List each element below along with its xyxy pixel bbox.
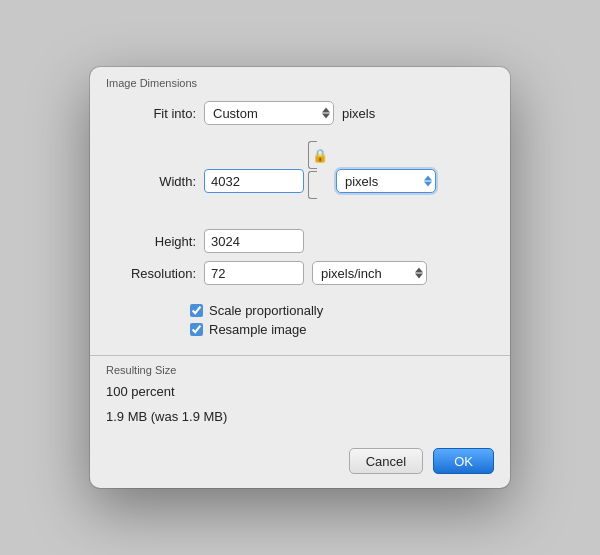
result-size: 1.9 MB (was 1.9 MB) [106, 409, 494, 424]
fit-into-select[interactable]: Custom Original Size 640×480 800×600 102… [204, 101, 334, 125]
height-row: Height: [106, 229, 494, 253]
pixels-select-wrapper: pixels percent in cm [336, 169, 436, 193]
button-row: Cancel OK [90, 438, 510, 488]
height-input[interactable] [204, 229, 304, 253]
pixels-unit-select[interactable]: pixels percent in cm [336, 169, 436, 193]
scale-proportionally-row: Scale proportionally [190, 303, 510, 318]
image-dimensions-dialog: Image Dimensions Fit into: Custom Origin… [90, 67, 510, 488]
resample-image-label: Resample image [209, 322, 307, 337]
dimensions-section: Width: 🔒 pixels percent in cm [90, 141, 510, 297]
checkboxes-section: Scale proportionally Resample image [90, 297, 510, 347]
scale-proportionally-label: Scale proportionally [209, 303, 323, 318]
fit-into-row: Fit into: Custom Original Size 640×480 8… [90, 95, 510, 131]
brace-bottom [308, 171, 317, 199]
width-label: Width: [106, 174, 196, 189]
fit-into-select-wrapper: Custom Original Size 640×480 800×600 102… [204, 101, 334, 125]
lock-brace-container: 🔒 [308, 169, 328, 221]
resolution-label: Resolution: [106, 266, 196, 281]
scale-proportionally-checkbox[interactable] [190, 304, 203, 317]
width-row: Width: 🔒 pixels percent in cm [106, 141, 494, 221]
resulting-size-header: Resulting Size [106, 364, 494, 376]
fit-into-label: Fit into: [106, 106, 196, 121]
resolution-row: Resolution: pixels/inch pixels/cm [106, 261, 494, 285]
resample-image-row: Resample image [190, 322, 510, 337]
ok-button[interactable]: OK [433, 448, 494, 474]
cancel-button[interactable]: Cancel [349, 448, 423, 474]
resolution-input[interactable] [204, 261, 304, 285]
resolution-unit-select[interactable]: pixels/inch pixels/cm [312, 261, 427, 285]
resulting-size-section: Resulting Size 100 percent 1.9 MB (was 1… [90, 356, 510, 424]
resolution-unit-wrapper: pixels/inch pixels/cm [312, 261, 427, 285]
fit-into-unit: pixels [342, 106, 375, 121]
resample-image-checkbox[interactable] [190, 323, 203, 336]
width-input[interactable] [204, 169, 304, 193]
lock-icon: 🔒 [312, 148, 328, 163]
result-percent: 100 percent [106, 384, 494, 399]
height-label: Height: [106, 234, 196, 249]
section-header-image-dimensions: Image Dimensions [90, 67, 510, 95]
